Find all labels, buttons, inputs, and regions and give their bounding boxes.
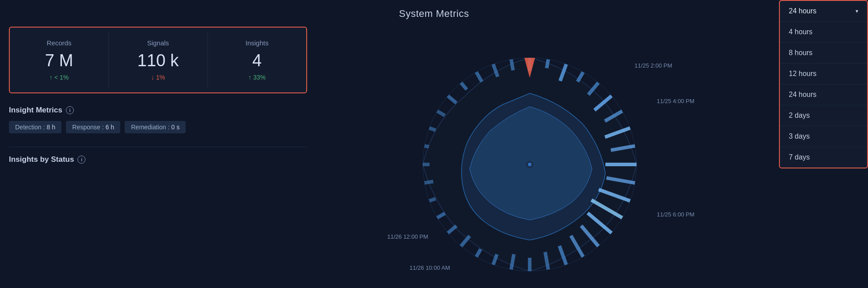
- metric-records: Records 7 M < 1%: [10, 32, 109, 88]
- option-4h-label: 4 hours: [789, 28, 812, 36]
- response-value: 6 h: [105, 124, 114, 131]
- records-change: < 1%: [19, 74, 99, 81]
- metric-badges: Detection : 8 h Response : 6 h Remediati…: [9, 121, 307, 133]
- remediation-badge: Remediation : 0 s: [125, 121, 186, 133]
- svg-rect-33: [423, 163, 430, 166]
- option-3d-label: 3 days: [789, 132, 810, 140]
- signals-arrow-down-icon: [151, 74, 154, 81]
- radar-svg: [401, 36, 659, 276]
- option-24h-label: 24 hours: [789, 91, 816, 99]
- svg-rect-31: [429, 197, 436, 203]
- dropdown-option-3d[interactable]: 3 days: [780, 126, 867, 147]
- chevron-down-icon: ▾: [856, 8, 858, 14]
- response-badge: Response : 6 h: [66, 121, 120, 133]
- dropdown-option-2d[interactable]: 2 days: [780, 105, 867, 126]
- remediation-value: 0 s: [171, 124, 180, 131]
- dropdown-selected-label: 24 hours: [789, 7, 816, 15]
- records-arrow-up-icon: [49, 74, 53, 81]
- detection-value: 8 h: [47, 124, 55, 131]
- metric-signals: Signals 110 k 1%: [109, 32, 207, 88]
- insights-status-info-icon[interactable]: i: [77, 156, 85, 164]
- signals-value: 110 k: [118, 51, 198, 70]
- option-8h-label: 8 hours: [789, 49, 812, 57]
- time-label-2: 11/25 4:00 PM: [657, 98, 694, 104]
- records-value: 7 M: [19, 51, 99, 70]
- insights-arrow-up-icon: [248, 74, 251, 81]
- svg-rect-27: [475, 248, 483, 258]
- insights-value: 4: [217, 51, 297, 70]
- svg-rect-38: [460, 82, 468, 91]
- option-12h-label: 12 hours: [789, 70, 816, 78]
- time-label-4: 11/26 10:00 AM: [410, 264, 450, 271]
- page-title: System Metrics: [0, 0, 868, 25]
- insight-metrics-section: Insight Metrics i Detection : 8 h Respon…: [9, 106, 307, 133]
- svg-rect-35: [429, 126, 436, 132]
- svg-rect-30: [436, 212, 446, 220]
- insight-metrics-info-icon[interactable]: i: [66, 106, 74, 114]
- signals-change: 1%: [118, 74, 198, 81]
- time-label-1: 11/25 2:00 PM: [634, 62, 672, 69]
- time-label-5: 11/26 12:00 PM: [387, 233, 428, 240]
- option-2d-label: 2 days: [789, 112, 810, 120]
- insights-by-status-section: Insights by Status i: [9, 155, 307, 164]
- insight-metrics-header: Insight Metrics i: [9, 106, 307, 115]
- insight-metrics-label: Insight Metrics: [9, 106, 62, 115]
- records-change-value: < 1%: [54, 74, 69, 81]
- signals-label: Signals: [118, 39, 198, 47]
- signals-change-value: 1%: [156, 74, 165, 81]
- insights-by-status-header: Insights by Status i: [9, 155, 307, 164]
- time-label-3: 11/25 6:00 PM: [657, 211, 694, 218]
- chart-area: 11/25 2:00 PM 11/25 4:00 PM 11/25 6:00 P…: [289, 27, 770, 284]
- svg-rect-24: [528, 258, 531, 271]
- dropdown-option-8h[interactable]: 8 hours: [780, 43, 867, 64]
- option-7d-label: 7 days: [789, 153, 810, 161]
- insights-change-value: 33%: [253, 74, 266, 81]
- dropdown-option-12h[interactable]: 12 hours: [780, 64, 867, 84]
- dropdown-option-4h[interactable]: 4 hours: [780, 22, 867, 43]
- records-label: Records: [19, 39, 99, 47]
- svg-rect-15: [605, 163, 637, 166]
- dropdown-option-24h[interactable]: 24 hours: [780, 84, 867, 105]
- svg-rect-29: [447, 224, 458, 234]
- svg-point-44: [528, 163, 531, 166]
- radar-chart: 11/25 2:00 PM 11/25 4:00 PM 11/25 6:00 P…: [401, 36, 659, 276]
- svg-rect-36: [436, 110, 446, 117]
- insights-change: 33%: [217, 74, 297, 81]
- section-divider: [9, 147, 307, 147]
- metrics-card: Records 7 M < 1% Signals 110 k 1% Insigh…: [9, 27, 307, 93]
- svg-rect-34: [424, 144, 429, 148]
- left-panel: Records 7 M < 1% Signals 110 k 1% Insigh…: [9, 27, 307, 170]
- insights-by-status-label: Insights by Status: [9, 155, 74, 164]
- time-range-dropdown[interactable]: 24 hours ▾ 4 hours 8 hours 12 hours 24 h…: [779, 0, 868, 168]
- insights-label: Insights: [217, 39, 297, 47]
- svg-rect-37: [447, 95, 458, 104]
- dropdown-option-7d[interactable]: 7 days: [780, 147, 867, 168]
- svg-rect-39: [475, 71, 483, 83]
- detection-badge: Detection : 8 h: [9, 121, 61, 133]
- dropdown-selected-item[interactable]: 24 hours ▾: [780, 1, 867, 22]
